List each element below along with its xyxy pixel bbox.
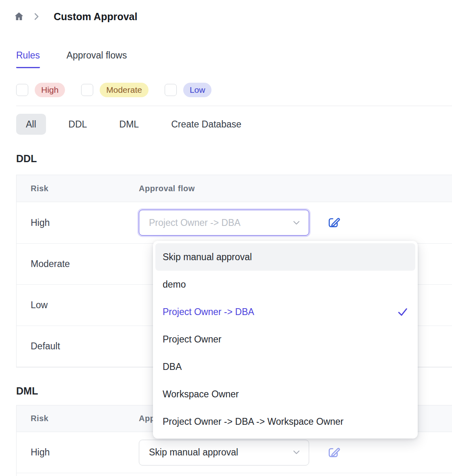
risk-checkbox-moderate[interactable] xyxy=(81,84,93,96)
tab-bar: Rules Approval flows xyxy=(16,48,452,68)
menu-item-project-owner-dba-workspace-owner[interactable]: Project Owner -> DBA -> Workspace Owner xyxy=(155,408,415,435)
select-value: Project Owner -> DBA xyxy=(149,217,241,228)
select-value: Skip manual approval xyxy=(149,447,238,458)
ddl-table-header: Risk Approval flow xyxy=(17,175,452,202)
edit-flow-button-ddl-high[interactable] xyxy=(327,216,341,230)
approval-flow-select-ddl-high[interactable]: Project Owner -> DBA xyxy=(139,210,309,236)
section-title-ddl: DDL xyxy=(16,152,452,165)
chevron-right-icon xyxy=(34,12,39,21)
custom-approval-page: Custom Approval Rules Approval flows Hig… xyxy=(0,0,452,476)
category-tab-create-database[interactable]: Create Database xyxy=(161,114,251,135)
risk-filter-row: High Moderate Low xyxy=(16,83,452,97)
menu-item-project-owner[interactable]: Project Owner xyxy=(155,326,415,353)
column-header-risk: Risk xyxy=(17,184,139,193)
edit-flow-button-dml-high[interactable] xyxy=(327,446,341,459)
menu-item-demo[interactable]: demo xyxy=(155,271,415,298)
category-tabs: All DDL DML Create Database xyxy=(16,114,452,135)
tab-rules[interactable]: Rules xyxy=(16,48,40,68)
approval-flow-cell: Project Owner -> DBA xyxy=(139,210,341,236)
risk-badge-high: High xyxy=(35,83,65,97)
category-tab-dml[interactable]: DML xyxy=(110,114,149,135)
risk-label: Low xyxy=(17,300,139,311)
page-title: Custom Approval xyxy=(54,11,137,23)
menu-item-label: DBA xyxy=(163,361,182,372)
approval-flow-dropdown-menu: Skip manual approval demo Project Owner … xyxy=(153,241,418,438)
menu-item-skip-manual-approval[interactable]: Skip manual approval xyxy=(155,243,415,271)
chevron-down-icon xyxy=(293,450,300,455)
divider xyxy=(16,106,452,106)
category-tab-all[interactable]: All xyxy=(16,114,46,135)
menu-item-label: Project Owner xyxy=(163,334,222,345)
risk-badge-moderate: Moderate xyxy=(100,83,149,97)
menu-item-label: Project Owner -> DBA -> Workspace Owner xyxy=(163,416,343,427)
risk-checkbox-low[interactable] xyxy=(165,84,177,96)
home-icon[interactable] xyxy=(13,10,25,23)
table-row-ddl-high: High Project Owner -> DBA xyxy=(17,202,452,244)
approval-flow-select-dml-high[interactable]: Skip manual approval xyxy=(139,440,309,466)
menu-item-label: Workspace Owner xyxy=(163,389,239,400)
risk-filter-high: High xyxy=(16,83,65,97)
risk-label: Moderate xyxy=(17,259,139,269)
menu-item-workspace-owner[interactable]: Workspace Owner xyxy=(155,380,415,408)
column-header-risk: Risk xyxy=(17,414,139,423)
table-row-dml-partial xyxy=(17,473,452,476)
tab-approval-flows[interactable]: Approval flows xyxy=(67,48,127,68)
risk-filter-moderate: Moderate xyxy=(81,83,149,97)
menu-item-label: demo xyxy=(163,279,186,290)
risk-checkbox-high[interactable] xyxy=(16,84,28,96)
menu-item-label: Skip manual approval xyxy=(163,252,252,263)
column-header-approval-flow: Approval flow xyxy=(139,184,195,193)
risk-badge-low: Low xyxy=(183,83,212,97)
edit-icon xyxy=(327,446,341,459)
menu-item-project-owner-dba[interactable]: Project Owner -> DBA xyxy=(155,298,415,326)
menu-item-label: Project Owner -> DBA xyxy=(163,307,254,317)
breadcrumb: Custom Approval xyxy=(13,10,452,23)
check-icon xyxy=(397,307,408,317)
edit-icon xyxy=(327,216,341,230)
approval-flow-cell: Skip manual approval xyxy=(139,440,341,466)
category-tab-ddl[interactable]: DDL xyxy=(59,114,97,135)
chevron-down-icon xyxy=(293,221,300,225)
risk-label: High xyxy=(17,447,139,458)
ddl-rule-table: Risk Approval flow High Project Owner ->… xyxy=(16,175,452,367)
risk-label: Default xyxy=(17,341,139,352)
menu-item-dba[interactable]: DBA xyxy=(155,353,415,380)
risk-label: High xyxy=(17,217,139,228)
risk-filter-low: Low xyxy=(165,83,212,97)
